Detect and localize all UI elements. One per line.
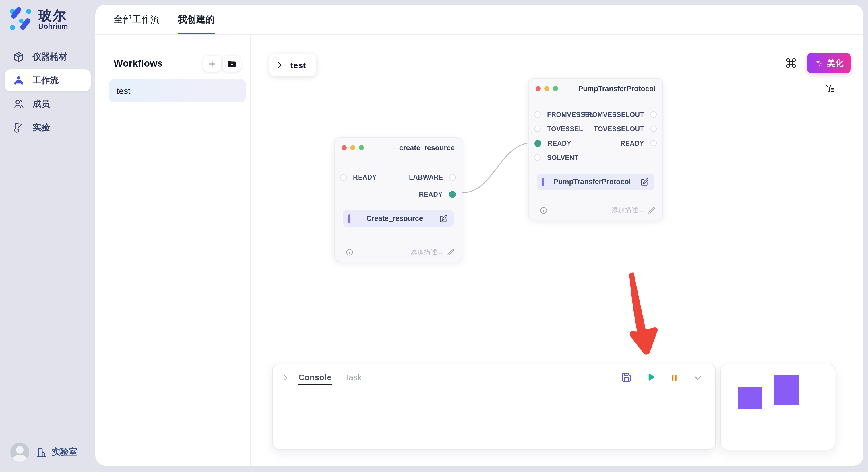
input-port-row: SOLVENT: [534, 150, 594, 165]
port-label: TOVESSELOUT: [594, 125, 644, 132]
description-placeholder[interactable]: 添加描述...: [612, 206, 644, 214]
port-handle-in-ready[interactable]: [340, 174, 347, 180]
pencil-icon[interactable]: [446, 248, 455, 256]
port-handle-in-fromvessel[interactable]: [534, 111, 541, 117]
sidebar-item-experiments[interactable]: 实验: [5, 116, 91, 138]
port-handle-out-ready[interactable]: [449, 191, 456, 198]
tab-all-workflows[interactable]: 全部工作流: [114, 5, 160, 35]
port-handle-out-ready[interactable]: [650, 140, 657, 146]
sidebar-item-instruments[interactable]: 仪器耗材: [5, 46, 91, 68]
edge-create-to-pump: [462, 142, 534, 193]
beautify-label: 美化: [827, 58, 844, 69]
console-header: Console Task: [282, 370, 703, 385]
edit-icon[interactable]: [640, 177, 649, 186]
add-icon: [207, 59, 217, 69]
node-action-label: Create_resource: [350, 214, 439, 223]
command-icon[interactable]: [785, 57, 797, 69]
tab-my-created[interactable]: 我创建的: [178, 5, 215, 35]
traffic-green-dot[interactable]: [359, 145, 364, 150]
output-port-row: FROMVESSELOUT: [583, 107, 657, 122]
brand-logo: 玻尔 Bohrium: [9, 7, 68, 32]
avatar[interactable]: [10, 443, 29, 462]
tab-task[interactable]: Task: [344, 373, 362, 382]
sidebar-item-label: 成员: [33, 98, 50, 109]
output-port-row: READY: [620, 136, 657, 150]
building-icon: [36, 446, 48, 458]
port-label: FROMVESSELOUT: [583, 111, 644, 118]
traffic-red-dot[interactable]: [536, 86, 541, 91]
minimap-node-rect: [738, 386, 763, 409]
console-collapse-icon[interactable]: [282, 374, 289, 381]
canvas-toolbar: 美化: [785, 53, 851, 73]
workflow-canvas[interactable]: test 美化: [251, 35, 863, 466]
pause-icon[interactable]: [670, 372, 679, 382]
add-workflow-button[interactable]: [203, 56, 221, 72]
node-action-pill: PumpTransferProtocol: [537, 174, 654, 190]
sidebar-item-members[interactable]: 成员: [5, 93, 91, 115]
node-create-resource[interactable]: create_resource READY LABWARE READY: [334, 137, 462, 262]
app-root: 玻尔 Bohrium 仪器耗材: [0, 0, 868, 472]
node-footer: 添加描述...: [536, 206, 656, 214]
node-title: PumpTransferProtocol: [578, 85, 656, 93]
traffic-green-dot[interactable]: [553, 86, 558, 91]
port-handle-in-solvent[interactable]: [534, 154, 541, 161]
beautify-button[interactable]: 美化: [807, 53, 851, 73]
port-label: SOLVENT: [547, 154, 579, 161]
port-label: READY: [548, 140, 571, 146]
node-title: create_resource: [399, 144, 455, 152]
info-icon[interactable]: [539, 206, 548, 214]
workflow-tabbar: 全部工作流 我创建的: [95, 5, 863, 35]
console-output-area[interactable]: [278, 387, 710, 443]
sparkles-icon: [814, 59, 824, 68]
workflow-list-panel: Workflows test: [95, 35, 251, 466]
breadcrumb-label: test: [290, 60, 306, 70]
port-label: READY: [353, 174, 377, 181]
port-handle-in-tovessel[interactable]: [534, 126, 541, 132]
breadcrumb[interactable]: test: [269, 54, 316, 76]
run-icon[interactable]: [645, 372, 656, 382]
port-handle-out-tovesselout[interactable]: [650, 126, 657, 132]
console-panel: Console Task: [272, 364, 716, 450]
chevron-right-icon: [276, 61, 284, 69]
description-placeholder[interactable]: 添加描述...: [411, 248, 443, 256]
node-header: PumpTransferProtocol: [529, 78, 662, 99]
sidebar-footer: 实验室: [10, 443, 78, 462]
traffic-yellow-dot[interactable]: [350, 145, 355, 150]
sidebar: 玻尔 Bohrium 仪器耗材: [0, 0, 95, 472]
node-pump-transfer-protocol[interactable]: PumpTransferProtocol FROMVESSEL TOVESSEL…: [528, 78, 663, 220]
port-handle-in-ready[interactable]: [534, 140, 541, 146]
port-handle-out-labware[interactable]: [450, 174, 456, 180]
sidebar-item-label: 工作流: [33, 75, 59, 86]
import-folder-button[interactable]: [223, 56, 241, 72]
output-port-row: TOVESSELOUT: [594, 122, 657, 136]
traffic-red-dot[interactable]: [342, 145, 347, 150]
input-port-row: READY: [340, 169, 377, 186]
port-label: READY: [419, 191, 443, 198]
node-action-pill: Create_resource: [343, 210, 454, 227]
folder-import-icon: [226, 59, 237, 69]
tab-console[interactable]: Console: [299, 373, 331, 382]
port-label: LABWARE: [409, 174, 443, 181]
save-icon[interactable]: [621, 372, 631, 382]
port-handle-out-fromvesselout[interactable]: [650, 111, 657, 117]
edit-icon[interactable]: [439, 214, 448, 223]
chevron-down-icon[interactable]: [693, 372, 703, 382]
workflow-list-item-test[interactable]: test: [109, 79, 246, 102]
sidebar-item-workflows[interactable]: 工作流: [5, 69, 91, 91]
bohrium-logo-icon: [9, 7, 33, 32]
sidebar-menu: 仪器耗材 工作流: [5, 46, 91, 138]
pencil-icon[interactable]: [648, 206, 656, 214]
minimap[interactable]: [720, 364, 835, 450]
members-icon: [12, 98, 25, 110]
minimap-node-rect: [774, 375, 799, 405]
traffic-yellow-dot[interactable]: [544, 86, 549, 91]
lab-switcher[interactable]: 实验室: [36, 446, 78, 458]
package-icon: [12, 51, 25, 63]
info-icon[interactable]: [346, 248, 353, 256]
filter-icon[interactable]: [825, 83, 835, 94]
lab-label: 实验室: [52, 447, 78, 458]
output-port-row: READY: [419, 186, 456, 203]
experiment-icon: [12, 121, 25, 133]
port-label: TOVESSEL: [547, 125, 583, 132]
node-header: create_resource: [335, 138, 462, 158]
